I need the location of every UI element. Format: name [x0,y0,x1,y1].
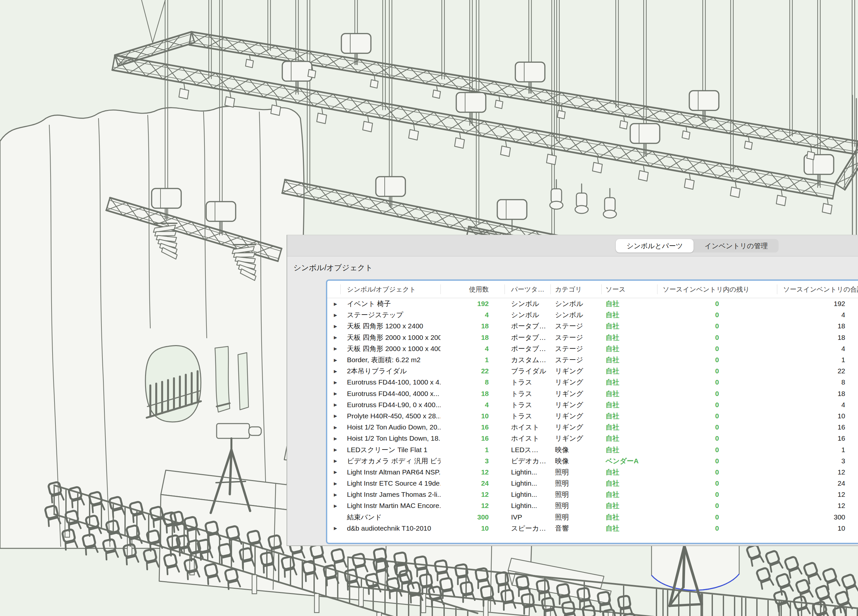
disclosure-triangle-icon[interactable]: ▶ [327,444,340,455]
table-row[interactable]: ▶ 天板 四角形 2000 x 1000 x 400 4 ポータブ… ステージ … [327,343,858,354]
disclosure-triangle-icon[interactable]: ▶ [327,467,340,478]
cell-total: 4 [777,343,858,354]
table-row[interactable]: ▶ Light Instr James Thomas 2-li... 12 Li… [327,489,858,500]
header-symbol-object[interactable]: シンボル/オブジェクト [340,281,440,298]
disclosure-triangle-icon[interactable]: ▶ [327,433,340,444]
table-row[interactable]: ▶ LEDスクリーン Tile Flat 1 1 LEDス… 映像 自社 0 1 [327,444,858,455]
cell-source: 自社 [602,343,657,354]
cell-source: 自社 [602,500,657,511]
cell-source: 自社 [602,388,657,399]
table-row[interactable]: ▶ 2本吊りブライダル 22 ブライダル リギング 自社 0 22 [327,366,858,376]
disclosure-triangle-icon[interactable]: ▶ [327,309,340,320]
cell-part-type: ポータブ… [505,320,550,331]
cell-remaining: 0 [657,489,777,500]
cell-total: 1 [777,444,858,455]
table-row[interactable]: ▶ Light Instr Martin MAC Encore... 12 Li… [327,500,858,511]
table-row[interactable]: ▶ 天板 四角形 2000 x 1000 x 200 18 ポータブ… ステージ… [327,332,858,343]
cell-used-count: 4 [440,309,505,320]
disclosure-triangle-icon[interactable]: ▶ [327,489,340,500]
cell-remaining: 0 [657,399,777,411]
cell-part-type: カスタム… [505,354,550,366]
cell-name: ビデオカメラ ボディ 汎用 ビデオ… [340,456,440,467]
cell-source: 自社 [602,512,657,523]
disclosure-triangle-icon[interactable]: ▶ [327,500,340,511]
cell-total: 18 [777,332,858,343]
cell-part-type: シンボル [505,309,550,320]
cell-total: 8 [777,376,858,388]
header-category[interactable]: カテゴリ [550,281,602,298]
cell-total: 10 [777,411,858,422]
table-row[interactable]: ▶ Eurotruss FD44-L90, 0 x 400... 4 トラス リ… [327,399,858,411]
cell-part-type: Lightin... [505,489,550,500]
table-row[interactable]: 結束バンド 300 IVP 照明 自社 0 300 [327,512,858,523]
disclosure-triangle-icon[interactable]: ▶ [327,456,340,467]
disclosure-triangle-icon[interactable]: ▶ [327,366,340,376]
header-source[interactable]: ソース [602,281,657,298]
header-used-count[interactable]: 使用数 [440,281,505,298]
table-row[interactable]: ▶ 天板 四角形 1200 x 2400 18 ポータブ… ステージ 自社 0 … [327,320,858,331]
tab-symbols-and-parts[interactable]: シンボルとパーツ [616,239,693,252]
cell-total: 22 [777,366,858,376]
cell-category: リギング [550,376,602,388]
cell-used-count: 1 [440,354,505,366]
disclosure-triangle-icon[interactable] [327,512,340,523]
table-row[interactable]: ▶ Light Instr Altman PAR64 NSP... 12 Lig… [327,467,858,478]
disclosure-triangle-icon[interactable]: ▶ [327,376,340,388]
disclosure-triangle-icon[interactable]: ▶ [327,332,340,343]
disclosure-triangle-icon[interactable]: ▶ [327,422,340,433]
disclosure-triangle-icon[interactable]: ▶ [327,320,340,331]
cell-part-type: Lightin... [505,467,550,478]
table-row[interactable]: ▶ ステージステップ 4 シンボル シンボル 自社 0 4 [327,309,858,320]
table-row[interactable]: ▶ Light Instr ETC Source 4 19de... 24 Li… [327,478,858,489]
table-row[interactable]: ▶ d&b audiotechnik T10-2010 10 スピーカ… 音響 … [327,523,858,534]
cell-name: ステージステップ [340,309,440,320]
cell-remaining: 0 [657,523,777,534]
disclosure-triangle-icon[interactable]: ▶ [327,388,340,399]
cell-source: ベンダーA [602,456,657,467]
cell-source: 自社 [602,366,657,376]
cell-name: Eurotruss FD44-100, 1000 x 4... [340,376,440,388]
cell-source: 自社 [602,376,657,388]
cell-used-count: 16 [440,433,505,444]
table-row[interactable]: ▶ Border, 表面積: 6.22 m2 1 カスタム… ステージ 自社 0… [327,354,858,366]
disclosure-triangle-icon[interactable]: ▶ [327,298,340,309]
cell-source: 自社 [602,478,657,489]
cell-source: 自社 [602,523,657,534]
cell-category: 照明 [550,489,602,500]
cell-remaining: 0 [657,388,777,399]
cell-name: Light Instr ETC Source 4 19de... [340,478,440,489]
disclosure-triangle-icon[interactable]: ▶ [327,343,340,354]
disclosure-triangle-icon[interactable]: ▶ [327,478,340,489]
disclosure-triangle-icon[interactable]: ▶ [327,399,340,411]
table-row[interactable]: ▶ イベント 椅子 192 シンボル シンボル 自社 0 192 [327,298,858,309]
disclosure-triangle-icon[interactable]: ▶ [327,523,340,534]
cell-total: 192 [777,298,858,309]
header-source-inventory-remaining[interactable]: ソースインベントリ内の残り [657,281,777,298]
header-source-inventory-total[interactable]: ソースインベントリの合計 [777,281,858,298]
tab-inventory-management[interactable]: インベントリの管理 [693,239,778,252]
disclosure-triangle-icon[interactable]: ▶ [327,354,340,366]
cell-name: 結束バンド [340,512,440,523]
table-row[interactable]: ▶ ビデオカメラ ボディ 汎用 ビデオ… 3 ビデオカ… 映像 ベンダーA 0 … [327,456,858,467]
cell-used-count: 4 [440,343,505,354]
cell-total: 12 [777,500,858,511]
header-part-type[interactable]: パーツタ… [505,281,550,298]
cell-remaining: 0 [657,309,777,320]
table-row[interactable]: ▶ Eurotruss FD44-100, 1000 x 4... 8 トラス … [327,376,858,388]
cell-category: 照明 [550,467,602,478]
disclosure-triangle-icon[interactable]: ▶ [327,411,340,422]
cell-source: 自社 [602,309,657,320]
cell-category: ステージ [550,354,602,366]
cell-remaining: 0 [657,467,777,478]
cell-part-type: スピーカ… [505,523,550,534]
cell-part-type: Lightin... [505,478,550,489]
cell-source: 自社 [602,354,657,366]
table-row[interactable]: ▶ Hoist 1/2 Ton Lights Down, 18... 16 ホイ… [327,433,858,444]
table-row[interactable]: ▶ Hoist 1/2 Ton Audio Down, 20... 16 ホイス… [327,422,858,433]
table-row[interactable]: ▶ Prolyte H40R-450, 4500 x 28... 10 トラス … [327,411,858,422]
cell-remaining: 0 [657,320,777,331]
table-row[interactable]: ▶ Eurotruss FD44-400, 4000 x... 18 トラス リ… [327,388,858,399]
cell-name: Border, 表面積: 6.22 m2 [340,354,440,366]
cell-used-count: 12 [440,467,505,478]
cell-category: シンボル [550,309,602,320]
